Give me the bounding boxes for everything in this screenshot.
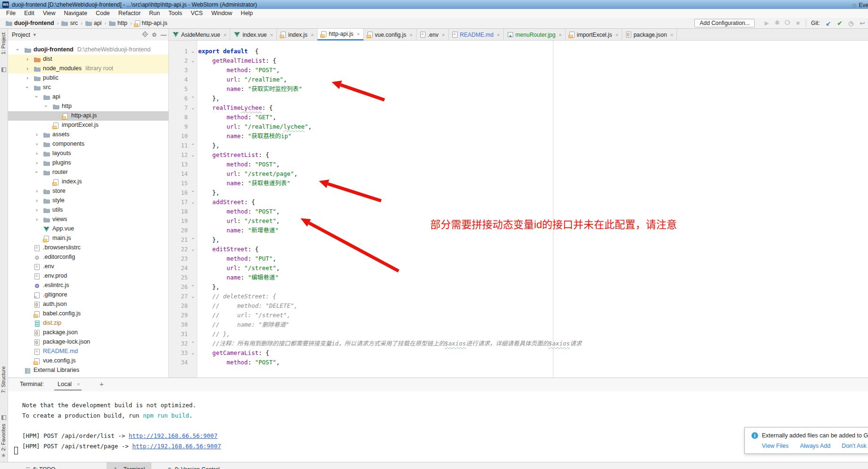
- menu-edit[interactable]: Edit: [20, 9, 39, 18]
- line-number[interactable]: 34: [169, 358, 188, 367]
- fold-collapse-icon[interactable]: ⌃: [190, 282, 196, 292]
- tree-item-packagelockjson[interactable]: package-lock.json: [8, 337, 168, 347]
- line-number[interactable]: 2: [169, 56, 188, 66]
- code-line[interactable]: 18 method: "POST",: [169, 207, 867, 216]
- chevron-collapsed-icon[interactable]: ›: [34, 216, 39, 222]
- code-line[interactable]: 17⌄ addStreet: {: [169, 197, 867, 207]
- line-number[interactable]: 28: [169, 301, 188, 311]
- code-line[interactable]: 2⌄ getRealTimeList: {: [169, 56, 867, 66]
- code-line[interactable]: 28 // method: "DELETE",: [169, 301, 867, 311]
- tree-item-distzip[interactable]: dist.zip: [8, 319, 168, 328]
- line-number[interactable]: 14: [169, 169, 188, 179]
- tree-item-api[interactable]: ›api: [8, 92, 168, 102]
- code-line[interactable]: 13 method: "POST",: [169, 160, 867, 169]
- tree-item-env[interactable]: .env: [8, 262, 168, 272]
- fold-collapse-icon[interactable]: ⌃: [190, 94, 196, 103]
- tree-item-dist[interactable]: ›dist: [8, 55, 168, 64]
- code-line[interactable]: 33⌄ getCameraList: {: [169, 348, 867, 358]
- tab-httpapijs[interactable]: http-api.js×: [317, 29, 363, 41]
- code-line[interactable]: 29 // url: "/street",: [169, 311, 867, 320]
- tree-item-assets[interactable]: ›assets: [8, 130, 168, 140]
- tab-env[interactable]: .env×: [417, 29, 449, 41]
- breadcrumb-item-src[interactable]: src: [60, 20, 79, 26]
- tab-indexjs[interactable]: index.js×: [277, 29, 317, 41]
- project-panel-header[interactable]: Project ▼ ⚙ —: [8, 29, 168, 41]
- code-line[interactable]: 8 method: "GET",: [169, 113, 867, 122]
- line-number[interactable]: 6: [169, 94, 188, 103]
- tree-item-importExceljs[interactable]: importExcel.js: [8, 121, 168, 130]
- event-log-button[interactable]: ◷ Event Log: [852, 2, 865, 8]
- line-number[interactable]: 18: [169, 207, 188, 216]
- fold-collapse-icon[interactable]: ⌃: [190, 188, 196, 197]
- line-number[interactable]: 13: [169, 160, 188, 169]
- line-number[interactable]: 27: [169, 292, 188, 301]
- chevron-collapsed-icon[interactable]: ›: [25, 75, 30, 81]
- new-terminal-icon[interactable]: +: [100, 380, 104, 388]
- close-icon[interactable]: ×: [409, 32, 412, 38]
- tree-item-views[interactable]: ›views: [8, 215, 168, 224]
- add-configuration-button[interactable]: Add Configuration...: [694, 19, 755, 27]
- close-icon[interactable]: ×: [497, 32, 500, 38]
- fold-collapse-icon[interactable]: ⌃: [190, 339, 196, 348]
- chevron-expanded-icon[interactable]: ›: [34, 94, 40, 99]
- menu-tools[interactable]: Tools: [164, 9, 186, 18]
- tree-item-duojifrontend[interactable]: ›duoji-frontendD:\zheheWeb\duoji-fronten…: [8, 45, 168, 55]
- profiler-icon[interactable]: [782, 19, 793, 27]
- tab-vueconfigjs[interactable]: vue.config.js×: [364, 29, 417, 41]
- fold-collapse-icon[interactable]: ⌃: [190, 141, 196, 150]
- view-files-link[interactable]: View Files: [762, 443, 789, 449]
- tab-packagejson[interactable]: package.json×: [622, 29, 677, 41]
- code-line[interactable]: 12⌄ getStreetList: {: [169, 150, 867, 160]
- git-commit-icon[interactable]: ✔: [834, 20, 845, 27]
- code-line[interactable]: 31 // },: [169, 329, 867, 339]
- tree-item-vueconfigjs[interactable]: vue.config.js: [8, 356, 168, 366]
- code-line[interactable]: 23 method: "PUT",: [169, 254, 867, 263]
- tree-item-gitignore[interactable]: .gitignore: [8, 290, 168, 300]
- code-line[interactable]: 30 // name: "删除巷道": [169, 320, 867, 329]
- code-line[interactable]: 24 url: "/street",: [169, 263, 867, 273]
- hide-panel-icon[interactable]: —: [161, 32, 167, 38]
- tree-item-authjson[interactable]: auth.json: [8, 300, 168, 309]
- chevron-collapsed-icon[interactable]: ›: [25, 56, 30, 62]
- tab-importExceljs[interactable]: importExcel.js×: [566, 29, 622, 41]
- tree-item-READMEmd[interactable]: README.md: [8, 347, 168, 356]
- tree-item-eslintrcjs[interactable]: .eslintrc.js: [8, 281, 168, 290]
- tree-item-public[interactable]: ›public: [8, 74, 168, 83]
- debug-icon[interactable]: [772, 19, 782, 27]
- chevron-collapsed-icon[interactable]: ›: [34, 197, 39, 203]
- line-number[interactable]: 10: [169, 132, 188, 141]
- settings-gear-icon[interactable]: ⚙: [152, 32, 157, 38]
- tree-item-http[interactable]: ›http: [8, 102, 168, 111]
- tab-READMEmd[interactable]: README.md×: [449, 29, 504, 41]
- line-number[interactable]: 16: [169, 188, 188, 197]
- line-number[interactable]: 1: [169, 47, 188, 56]
- code-line[interactable]: 27⌄ // deleteStreet: {: [169, 292, 867, 301]
- line-number[interactable]: 24: [169, 263, 188, 273]
- fold-expand-icon[interactable]: ⌄: [190, 292, 196, 301]
- fold-expand-icon[interactable]: ⌄: [190, 103, 196, 113]
- history-clock-icon[interactable]: ◷: [845, 20, 857, 27]
- line-number[interactable]: 11: [169, 141, 188, 150]
- dont-ask-again-link[interactable]: Don't Ask Again: [842, 443, 868, 449]
- line-number[interactable]: 8: [169, 113, 188, 122]
- tree-item-style[interactable]: ›style: [8, 196, 168, 206]
- line-number[interactable]: 5: [169, 84, 188, 94]
- code-line[interactable]: 4 url: "/realTime",: [169, 75, 867, 84]
- stripe-structure-button[interactable]: 7: Structure: [0, 366, 6, 393]
- always-add-link[interactable]: Always Add: [800, 443, 831, 449]
- close-icon[interactable]: ×: [270, 32, 273, 38]
- line-number[interactable]: 30: [169, 320, 188, 329]
- menu-refactor[interactable]: Refactor: [114, 9, 145, 18]
- code-line[interactable]: 16⌃ },: [169, 188, 867, 197]
- chevron-collapsed-icon[interactable]: ›: [34, 132, 39, 137]
- line-number[interactable]: 21: [169, 235, 188, 245]
- fold-expand-icon[interactable]: ⌄: [190, 348, 196, 358]
- line-number[interactable]: 7: [169, 103, 188, 113]
- chevron-collapsed-icon[interactable]: ›: [34, 141, 39, 147]
- stop-icon[interactable]: ■: [793, 20, 803, 26]
- locate-file-icon[interactable]: [142, 31, 148, 39]
- code-line[interactable]: 25 name: "编辑巷道": [169, 273, 867, 282]
- stripe-favorites-button[interactable]: 2: Favorites: [0, 424, 6, 451]
- code-line[interactable]: 10 name: "获取荔枝的ip": [169, 132, 867, 141]
- code-line[interactable]: 21⌃ },: [169, 235, 867, 245]
